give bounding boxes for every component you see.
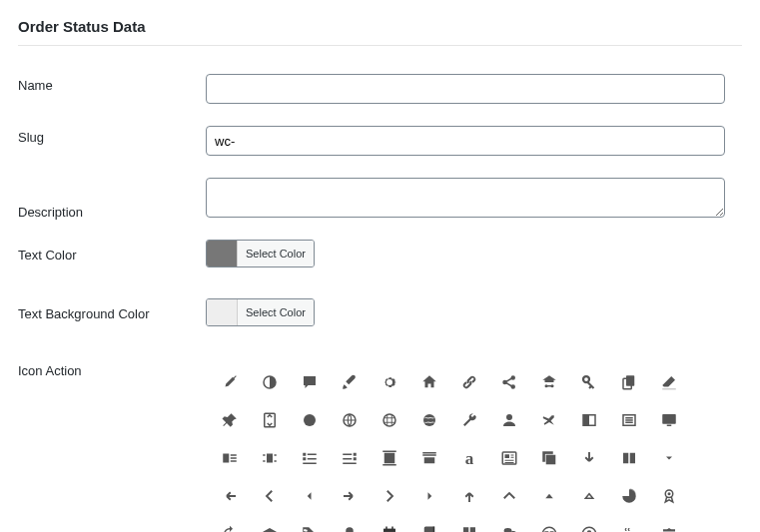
caret-left-icon[interactable] <box>292 479 328 513</box>
share-nodes-icon[interactable] <box>491 365 527 399</box>
svg-rect-21 <box>223 454 229 463</box>
caret-up-solid-icon[interactable] <box>531 479 567 513</box>
icon-action-grid: a <box>210 363 729 532</box>
icon-action-label: Icon Action <box>18 359 206 378</box>
svg-rect-8 <box>626 375 634 386</box>
award-ribbon-icon[interactable] <box>651 479 687 513</box>
arrow-right-icon[interactable] <box>332 479 368 513</box>
pie-chart-icon[interactable] <box>611 479 647 513</box>
circle-icon[interactable] <box>292 403 328 437</box>
arrow-left-icon[interactable] <box>212 479 248 513</box>
columns-two-icon[interactable] <box>611 441 647 475</box>
svg-rect-19 <box>662 414 676 424</box>
eraser-icon[interactable] <box>651 365 687 399</box>
list-bars-left-icon[interactable] <box>292 441 328 475</box>
gear-icon[interactable] <box>372 365 407 399</box>
arrow-up-icon[interactable] <box>451 479 487 513</box>
plane-icon[interactable] <box>531 403 567 437</box>
text-bg-color-label: Text Background Color <box>18 306 206 321</box>
user-circle-icon[interactable] <box>571 517 607 532</box>
chevron-up-icon[interactable] <box>491 479 527 513</box>
svg-rect-39 <box>383 529 395 532</box>
svg-point-46 <box>542 527 556 532</box>
description-input[interactable] <box>206 178 725 218</box>
svg-point-11 <box>304 414 316 426</box>
caret-up-outline-icon[interactable] <box>571 479 607 513</box>
svg-rect-23 <box>303 453 306 456</box>
wordpress-icon[interactable] <box>531 517 567 532</box>
svg-rect-26 <box>354 457 357 460</box>
chevron-left-icon[interactable] <box>252 479 288 513</box>
text-color-picker[interactable]: Select Color <box>206 240 315 267</box>
coffee-cup-icon[interactable] <box>611 517 647 532</box>
svg-rect-42 <box>433 527 435 533</box>
caret-right-icon[interactable] <box>411 479 447 513</box>
svg-rect-17 <box>583 415 589 426</box>
svg-point-36 <box>668 492 671 495</box>
user-icon[interactable] <box>491 403 527 437</box>
text-color-label: Text Color <box>18 248 206 263</box>
key-icon[interactable] <box>571 365 607 399</box>
svg-rect-25 <box>354 453 357 456</box>
svg-rect-33 <box>623 453 628 464</box>
svg-point-14 <box>423 414 435 426</box>
monitor-icon[interactable] <box>651 403 687 437</box>
chevron-right-icon[interactable] <box>372 479 407 513</box>
stack-lines-icon[interactable] <box>651 517 687 532</box>
icon-action-scroll[interactable]: a <box>206 359 729 532</box>
calendar-solid-icon[interactable] <box>372 517 407 532</box>
book-double-icon[interactable] <box>451 517 487 532</box>
text-color-swatch <box>207 241 237 266</box>
link-chain-icon[interactable] <box>451 365 487 399</box>
slug-label: Slug <box>18 126 206 145</box>
copy-icon[interactable] <box>611 365 647 399</box>
history-clock-icon[interactable] <box>212 517 248 532</box>
home-icon[interactable] <box>411 365 447 399</box>
text-bg-color-select-button[interactable]: Select Color <box>237 299 314 325</box>
svg-rect-30 <box>505 454 510 458</box>
svg-point-13 <box>383 414 395 426</box>
comment-icon[interactable] <box>292 365 328 399</box>
contrast-circle-icon[interactable] <box>252 365 288 399</box>
text-bg-color-picker[interactable]: Select Color <box>206 298 315 326</box>
thumbtack-icon[interactable] <box>212 403 248 437</box>
amazon-a-icon[interactable]: a <box>451 441 487 475</box>
slug-input[interactable] <box>206 126 725 156</box>
svg-rect-40 <box>385 527 387 531</box>
elevator-icon[interactable] <box>252 403 288 437</box>
align-full-box-icon[interactable] <box>372 441 407 475</box>
svg-point-7 <box>583 376 589 382</box>
share-roof-icon[interactable] <box>531 365 567 399</box>
list-bars-right-icon[interactable] <box>332 441 368 475</box>
wrench-icon[interactable] <box>451 403 487 437</box>
align-center-box-icon[interactable] <box>252 441 288 475</box>
align-left-box-icon[interactable] <box>212 441 248 475</box>
tag-icon[interactable] <box>292 517 328 532</box>
globe-outline-icon[interactable] <box>332 403 368 437</box>
svg-point-15 <box>506 414 512 420</box>
globe-grid-icon[interactable] <box>372 403 407 437</box>
name-input[interactable] <box>206 74 725 104</box>
newspaper-icon[interactable] <box>491 441 527 475</box>
svg-rect-28 <box>424 457 435 463</box>
stack-squares-icon[interactable] <box>531 441 567 475</box>
text-color-select-button[interactable]: Select Color <box>237 241 314 266</box>
half-panel-icon[interactable] <box>571 403 607 437</box>
panel-lines-icon[interactable] <box>611 403 647 437</box>
beer-mug-icon[interactable] <box>491 517 527 532</box>
paintbrush-icon[interactable] <box>332 365 368 399</box>
caret-down-small-icon[interactable] <box>651 441 687 475</box>
section-divider <box>18 45 742 46</box>
arrow-down-icon[interactable] <box>571 441 607 475</box>
description-label: Description <box>18 201 206 222</box>
svg-point-37 <box>306 530 308 532</box>
svg-rect-43 <box>463 527 468 532</box>
svg-rect-27 <box>384 453 395 464</box>
bank-columns-icon[interactable] <box>252 517 288 532</box>
book-solid-icon[interactable] <box>411 517 447 532</box>
bell-icon[interactable] <box>332 517 368 532</box>
eyedropper-icon[interactable] <box>212 365 248 399</box>
svg-rect-20 <box>667 425 672 427</box>
globe-solid-icon[interactable] <box>411 403 447 437</box>
align-bottom-box-icon[interactable] <box>411 441 447 475</box>
